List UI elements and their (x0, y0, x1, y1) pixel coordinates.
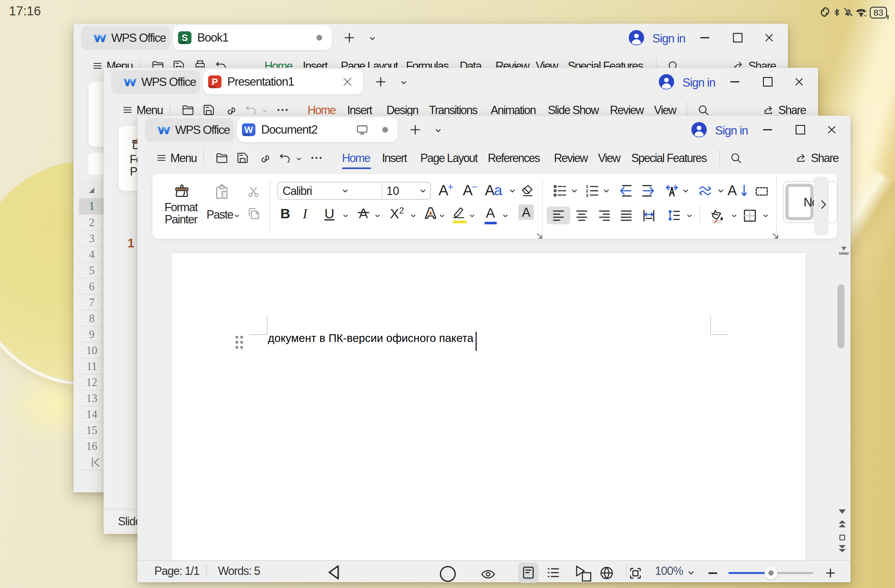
svg-text:1: 1 (586, 184, 589, 189)
svg-text:3: 3 (586, 193, 588, 198)
svg-text:2: 2 (586, 189, 588, 193)
